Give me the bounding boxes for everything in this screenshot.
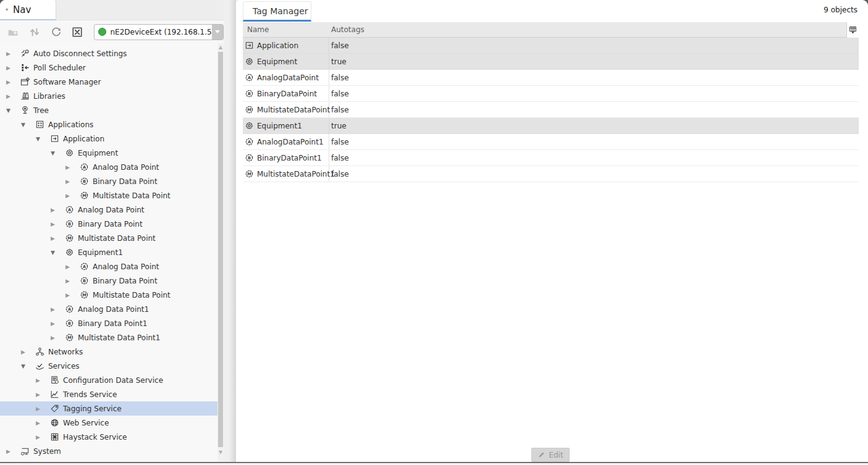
expand-arrow-icon[interactable]: ▶ — [6, 51, 14, 57]
expand-arrow-icon[interactable]: ▶ — [36, 420, 43, 426]
tree-item-label: Libraries — [33, 92, 65, 101]
expand-arrow-icon[interactable]: ▶ — [51, 320, 58, 327]
tree-item-analog-data-point[interactable]: ▶AAnalog Data Point — [0, 259, 217, 274]
table-row-multistatedatapoint[interactable]: MMultistateDataPointfalse — [243, 102, 859, 118]
device-dropdown-arrow-icon[interactable] — [212, 25, 223, 40]
tree-item-equipment[interactable]: ▼Equipment — [0, 146, 217, 160]
expand-arrow-icon[interactable]: ▶ — [51, 207, 58, 213]
expand-arrow-icon[interactable]: ▶ — [6, 448, 14, 455]
column-selector-icon[interactable] — [846, 22, 859, 38]
tree-item-analog-data-point1[interactable]: ▶AAnalog Data Point1 — [0, 302, 217, 316]
expand-arrow-icon[interactable]: ▶ — [65, 278, 73, 284]
tree-item-web-service[interactable]: ▶Web Service — [0, 416, 217, 430]
expand-arrow-icon[interactable]: ▶ — [36, 434, 43, 440]
edit-button[interactable]: Edit — [531, 448, 570, 462]
tab-tag-manager[interactable]: Tag Manager — [243, 1, 311, 22]
expand-arrow-icon[interactable]: ▶ — [36, 406, 43, 412]
device-selector[interactable]: nE2DeviceExt (192.168.1.52:88) — [94, 24, 224, 40]
software-manager-icon — [20, 77, 30, 86]
expand-arrow-icon[interactable]: ▶ — [65, 193, 73, 199]
svg-text:M: M — [247, 107, 251, 112]
table-row-equipment[interactable]: Equipmenttrue — [243, 54, 859, 70]
tree-item-application[interactable]: ▼Application — [0, 132, 217, 146]
tree-item-services[interactable]: ▼Services — [0, 359, 217, 373]
table-row-analogdatapoint1[interactable]: AAnalogDataPoint1false — [243, 134, 859, 150]
tree-item-haystack-service[interactable]: ▶Haystack Service — [0, 430, 217, 444]
column-header-name[interactable]: Name — [243, 25, 329, 34]
svg-text:B: B — [68, 222, 71, 227]
tree-item-auto-disconnect-settings[interactable]: ▶Auto Disconnect Settings — [0, 46, 217, 61]
expand-arrow-icon[interactable]: ▶ — [6, 93, 14, 99]
table-body: ApplicationfalseEquipmenttrueAAnalogData… — [243, 38, 859, 182]
collapse-arrow-icon[interactable]: ▼ — [21, 363, 28, 369]
table-row-multistatedatapoint1[interactable]: MMultistateDataPoint1false — [243, 166, 859, 182]
tree-item-binary-data-point[interactable]: ▶BBinary Data Point — [0, 174, 217, 188]
expand-arrow-icon[interactable]: ▶ — [65, 292, 73, 298]
expand-arrow-icon[interactable]: ▶ — [65, 264, 73, 270]
expand-arrow-icon[interactable]: ▶ — [36, 392, 43, 398]
expand-arrow-icon[interactable]: ▶ — [21, 349, 28, 355]
expand-arrow-icon[interactable]: ▶ — [6, 79, 14, 85]
collapse-arrow-icon[interactable]: ▼ — [36, 136, 43, 142]
tree-item-trends-service[interactable]: ▶Trends Service — [0, 387, 217, 401]
cell-autotags-value: true — [329, 122, 859, 130]
scroll-up-icon[interactable]: ▲ — [217, 44, 224, 51]
config-data-service-icon — [50, 375, 59, 385]
collapse-arrow-icon[interactable]: ▼ — [21, 122, 28, 128]
close-box-icon[interactable] — [72, 26, 83, 38]
collapse-arrow-icon[interactable]: ▼ — [6, 107, 14, 114]
tree-item-multistate-data-point[interactable]: ▶MMultistate Data Point — [0, 288, 217, 302]
tree-item-label: Applications — [48, 120, 93, 129]
scrollbar-thumb[interactable] — [218, 52, 223, 447]
expand-arrow-icon[interactable]: ▶ — [65, 164, 73, 170]
expand-arrow-icon[interactable]: ▶ — [65, 178, 73, 185]
tab-nav[interactable]: ▾ Nav — [0, 0, 56, 20]
tree-scrollbar[interactable]: ▲ ▼ — [217, 43, 224, 462]
table-row-analogdatapoint[interactable]: AAnalogDataPointfalse — [243, 70, 859, 86]
analog-point-icon: A — [80, 262, 89, 271]
table-row-binarydatapoint1[interactable]: BBinaryDataPoint1false — [243, 150, 859, 166]
tree-item-binary-data-point1[interactable]: ▶BBinary Data Point1 — [0, 316, 217, 330]
expand-arrow-icon[interactable]: ▶ — [6, 65, 14, 71]
add-station-icon[interactable] — [7, 26, 19, 38]
tree-item-multistate-data-point[interactable]: ▶MMultistate Data Point — [0, 188, 217, 203]
tab-dropdown-caret-icon[interactable]: ▾ — [6, 7, 8, 12]
table-row-application[interactable]: Applicationfalse — [243, 38, 859, 54]
refresh-icon[interactable] — [50, 26, 62, 38]
svg-text:B: B — [83, 179, 86, 184]
tree-item-analog-data-point[interactable]: ▶AAnalog Data Point — [0, 203, 217, 217]
sort-arrows-icon[interactable] — [29, 26, 41, 38]
expand-arrow-icon[interactable]: ▶ — [51, 335, 58, 341]
column-header-autotags[interactable]: Autotags — [329, 25, 846, 34]
expand-arrow-icon[interactable]: ▶ — [51, 221, 58, 227]
tree-item-equipment1[interactable]: ▼Equipment1 — [0, 245, 217, 259]
scroll-down-icon[interactable]: ▼ — [217, 450, 224, 456]
table-row-binarydatapoint[interactable]: BBinaryDataPointfalse — [243, 86, 859, 102]
collapse-arrow-icon[interactable]: ▼ — [51, 249, 58, 256]
tree-item-tagging-service[interactable]: ▶Tagging Service — [0, 401, 217, 416]
tree-item-applications[interactable]: ▼Applications — [0, 117, 217, 132]
tree-item-poll-scheduler[interactable]: ▶Poll Scheduler — [0, 61, 217, 75]
expand-arrow-icon[interactable]: ▶ — [51, 235, 58, 241]
tree-item-configuration-data-service[interactable]: ▶Configuration Data Service — [0, 373, 217, 387]
binary-point-icon: B — [80, 276, 89, 285]
tree-item-system[interactable]: ▶System — [0, 444, 217, 458]
tree-item-multistate-data-point1[interactable]: ▶MMultistate Data Point1 — [0, 330, 217, 345]
trends-service-icon — [50, 390, 59, 399]
tree-item-tree[interactable]: ▼Tree — [0, 103, 217, 117]
tree-item-multistate-data-point[interactable]: ▶MMultistate Data Point — [0, 231, 217, 245]
tree-item-analog-data-point[interactable]: ▶AAnalog Data Point — [0, 160, 217, 174]
tree-item-binary-data-point[interactable]: ▶BBinary Data Point — [0, 217, 217, 231]
equipment-icon — [245, 121, 254, 130]
tree-item-binary-data-point[interactable]: ▶BBinary Data Point — [0, 274, 217, 288]
collapse-arrow-icon[interactable]: ▼ — [51, 150, 58, 156]
panel-divider[interactable] — [224, 0, 236, 462]
tree-item-networks[interactable]: ▶Networks — [0, 345, 217, 359]
tree-item-software-manager[interactable]: ▶Software Manager — [0, 75, 217, 89]
table-row-equipment1[interactable]: Equipment1true — [243, 118, 859, 134]
tag-manager-tabbar: Tag Manager 9 objects — [236, 0, 868, 22]
tree-item-libraries[interactable]: ▶Libraries — [0, 89, 217, 103]
expand-arrow-icon[interactable]: ▶ — [51, 306, 58, 312]
expand-arrow-icon[interactable]: ▶ — [36, 377, 43, 383]
row-name-label: BinaryDataPoint — [257, 90, 317, 98]
